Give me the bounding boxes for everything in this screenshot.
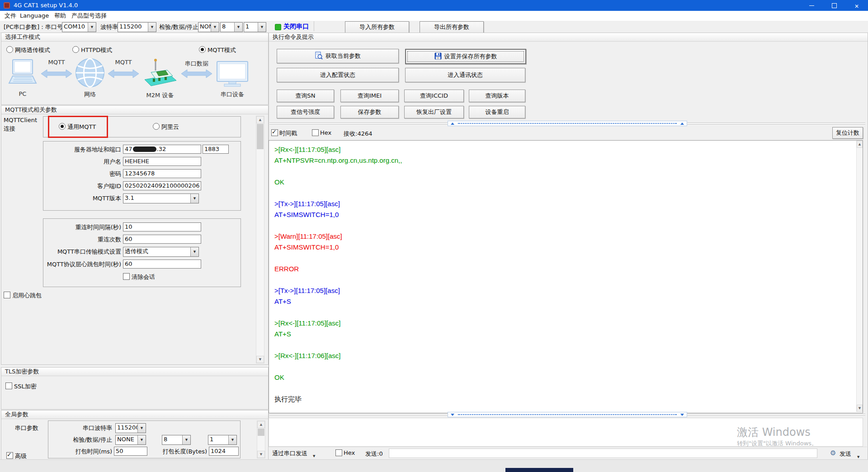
heartbeat-checkbox[interactable] — [4, 292, 10, 298]
keepalive-input[interactable]: 60 — [123, 260, 201, 269]
transfer-mode-label: MQTT串口传输模式设置 — [45, 248, 121, 256]
transfer-mode-select[interactable]: 透传模式 — [123, 247, 199, 257]
radio-transparent-mode-label[interactable]: 网络透传模式 — [15, 46, 50, 54]
username-input[interactable]: HEHEHE — [123, 157, 201, 166]
log-output-area[interactable]: >[Rx<-][11:17:05][asc]AT+NTPSVR=cn.ntp.o… — [269, 140, 863, 413]
reset-counter-button[interactable]: 复位计数 — [832, 127, 863, 139]
scroll-down-icon[interactable] — [256, 356, 264, 363]
clean-session-label[interactable]: 清除会话 — [132, 273, 155, 281]
menu-language[interactable]: Language — [20, 11, 49, 21]
log-splitter-handle[interactable] — [448, 121, 687, 126]
server-port-input[interactable]: 1883 — [203, 145, 229, 154]
menu-help[interactable]: 帮助 — [54, 11, 66, 21]
chevron-down-icon[interactable] — [190, 247, 198, 256]
query-imei-button[interactable]: 查询IMEI — [340, 90, 399, 102]
log-hex-checkbox[interactable] — [312, 129, 319, 136]
query-signal-button[interactable]: 查信号强度 — [277, 106, 334, 118]
scrollbar-thumb[interactable] — [258, 429, 264, 436]
heartbeat-label[interactable]: 启用心跳包 — [12, 292, 42, 300]
radio-mqtt-mode[interactable] — [199, 46, 206, 53]
databits-select[interactable]: 8 — [220, 22, 243, 32]
gear-icon[interactable] — [830, 448, 836, 457]
menu-product-model[interactable]: 产品型号选择 — [71, 11, 107, 21]
mqtt-version-select[interactable]: 3.1 — [123, 194, 199, 203]
send-input[interactable] — [389, 448, 817, 458]
chevron-down-icon[interactable] — [137, 424, 146, 433]
global-baud-select[interactable]: 115200 — [115, 423, 146, 433]
global-databits-select[interactable]: 8 — [162, 435, 191, 445]
scrollbar-thumb[interactable] — [257, 124, 264, 149]
pack-len-input[interactable]: 1024 — [209, 447, 239, 456]
enter-comm-button[interactable]: 进入通讯状态 — [405, 68, 525, 82]
device-restart-button[interactable]: 设备重启 — [469, 106, 525, 118]
timestamp-checkbox[interactable] — [271, 129, 278, 136]
minimize-button[interactable] — [800, 0, 823, 11]
send-hex-checkbox[interactable] — [335, 449, 342, 456]
stopbits-select[interactable]: 1 — [244, 22, 266, 32]
clientid-input[interactable]: 02502024092100000206 — [123, 181, 201, 190]
chevron-down-icon[interactable] — [88, 23, 96, 32]
reconnect-count-input[interactable]: 60 — [123, 235, 201, 244]
send-hex-label[interactable]: Hex — [344, 449, 355, 456]
activate-windows-watermark: 激活 Windows — [737, 425, 811, 439]
radio-httpd-mode-label[interactable]: HTTPD模式 — [81, 46, 112, 54]
com-port-select[interactable]: COM10 — [62, 22, 96, 32]
advanced-checkbox[interactable] — [6, 452, 13, 459]
radio-transparent-mode[interactable] — [6, 46, 13, 53]
scroll-up-icon[interactable] — [256, 116, 264, 123]
chevron-down-icon[interactable] — [234, 23, 242, 32]
send-splitter-handle[interactable] — [448, 412, 687, 417]
chevron-down-icon[interactable] — [211, 23, 219, 32]
server-host-input[interactable]: 47.32 — [123, 145, 201, 154]
radio-aliyun-label[interactable]: 阿里云 — [161, 123, 179, 131]
scroll-up-icon[interactable] — [257, 421, 265, 428]
splitter-grip-icon — [680, 123, 684, 125]
pack-time-input[interactable]: 50 — [114, 447, 147, 456]
enter-config-button[interactable]: 进入配置状态 — [277, 68, 399, 82]
clean-session-checkbox[interactable] — [123, 273, 130, 280]
save-params-button[interactable]: 保存参数 — [340, 106, 399, 118]
import-params-button[interactable]: 导入所有参数 — [345, 21, 409, 33]
query-version-button[interactable]: 查询版本 — [469, 90, 525, 102]
chevron-down-icon[interactable] — [190, 194, 198, 203]
chevron-down-icon[interactable] — [857, 451, 859, 460]
ssl-label[interactable]: SSL加密 — [14, 382, 37, 391]
chevron-down-icon[interactable] — [137, 435, 146, 444]
global-parity-select[interactable]: NONE — [115, 435, 146, 445]
menu-file[interactable]: 文件 — [5, 11, 16, 21]
chevron-down-icon[interactable] — [148, 23, 156, 32]
global-panel-scrollbar[interactable] — [257, 420, 265, 458]
chevron-down-icon[interactable] — [258, 23, 266, 32]
maximize-button[interactable] — [823, 0, 845, 11]
export-params-button[interactable]: 导出所有参数 — [420, 21, 484, 33]
send-button[interactable]: 发送 — [840, 450, 851, 458]
global-stopbits-select[interactable]: 1 — [208, 435, 237, 445]
query-sn-button[interactable]: 查询SN — [277, 90, 334, 102]
close-button[interactable] — [845, 0, 868, 11]
ssl-checkbox[interactable] — [5, 382, 12, 389]
network-node-label: 网络 — [74, 90, 106, 99]
scroll-down-icon[interactable] — [257, 451, 265, 458]
send-via-dropdown[interactable]: 通过串口发送 — [272, 449, 307, 458]
close-port-button[interactable]: 关闭串口 — [283, 23, 309, 31]
mqtt-panel-scrollbar[interactable] — [256, 116, 264, 363]
baud-select[interactable]: 115200 — [118, 22, 156, 32]
chevron-down-icon[interactable] — [313, 450, 315, 459]
reconnect-interval-input[interactable]: 10 — [123, 222, 201, 231]
scroll-up-icon[interactable] — [857, 141, 863, 148]
query-iccid-button[interactable]: 查询ICCID — [404, 90, 464, 102]
password-input[interactable]: 12345678 — [123, 169, 201, 178]
set-save-params-button[interactable]: 设置并保存所有参数 — [405, 49, 526, 64]
scroll-down-icon[interactable] — [857, 405, 863, 412]
chevron-down-icon[interactable] — [228, 435, 236, 444]
log-hex-label[interactable]: Hex — [320, 129, 331, 136]
timestamp-label[interactable]: 时间戳 — [279, 129, 297, 137]
radio-aliyun[interactable] — [153, 123, 160, 130]
parity-select[interactable]: NONI — [198, 22, 219, 32]
radio-httpd-mode[interactable] — [72, 46, 79, 53]
get-params-button[interactable]: 获取当前参数 — [277, 49, 399, 63]
log-scrollbar[interactable] — [856, 141, 863, 412]
chevron-down-icon[interactable] — [182, 435, 190, 444]
factory-reset-button[interactable]: 恢复出厂设置 — [404, 106, 464, 118]
radio-mqtt-mode-label[interactable]: MQTT模式 — [208, 46, 236, 54]
